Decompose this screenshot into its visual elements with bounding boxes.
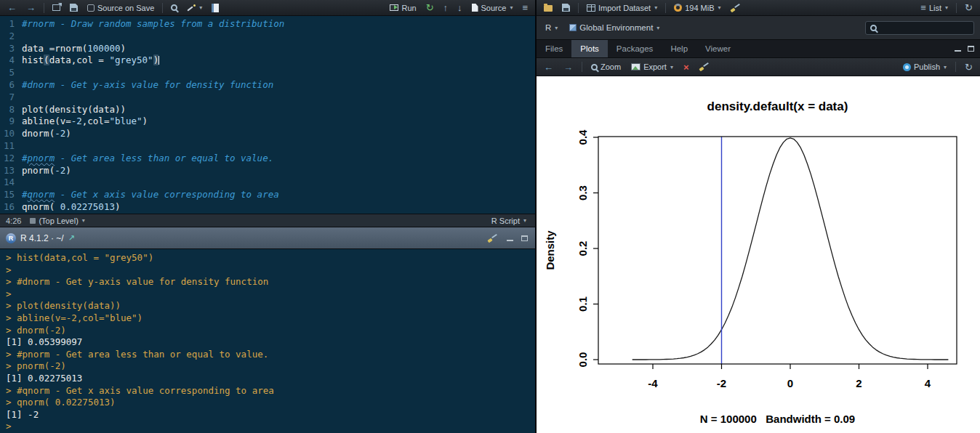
- tab-viewer[interactable]: Viewer: [696, 40, 739, 57]
- zoom-button[interactable]: Zoom: [588, 62, 624, 72]
- console-line: >: [6, 264, 529, 277]
- next-plot-button[interactable]: →: [561, 62, 576, 73]
- maximize-pane-button[interactable]: [965, 44, 976, 54]
- code-token: data,col =: [49, 54, 110, 65]
- go-next-chunk-button[interactable]: ↓: [454, 2, 465, 13]
- go-previous-chunk-button[interactable]: ↑: [441, 2, 451, 13]
- save-icon: [70, 4, 78, 12]
- code-line-text: data =rnorm(100000): [22, 43, 126, 55]
- save-button[interactable]: [67, 3, 81, 12]
- tab-plots[interactable]: Plots: [571, 40, 608, 57]
- density-plot: -4-20240.00.10.20.30.4density.default(x …: [537, 76, 980, 433]
- code-token: #dnorm - Get y-axis value for density fu…: [22, 79, 273, 90]
- console-line: [1] 0.05399097: [6, 336, 529, 349]
- toolbar-separator: [162, 3, 163, 13]
- scope-label: (Top Level): [39, 216, 78, 225]
- code-token: ): [65, 128, 71, 139]
- file-type-selector[interactable]: R Script ▾: [489, 216, 529, 226]
- remove-plot-button[interactable]: ×: [680, 62, 692, 73]
- refresh-environment-button[interactable]: ↻: [962, 2, 976, 13]
- console-line: > qnorm( 0.02275013): [6, 397, 529, 409]
- list-icon: ≡: [920, 3, 926, 12]
- outline-button[interactable]: ≡: [519, 2, 531, 13]
- publish-button[interactable]: Publish ▾: [900, 62, 949, 72]
- maximize-icon: [521, 235, 528, 241]
- source-menu-button[interactable]: Source ▾: [469, 3, 516, 13]
- line-number: 9: [0, 116, 22, 128]
- environment-label: Global Environment: [579, 23, 653, 32]
- chevron-down-icon: ▾: [945, 4, 948, 11]
- x-tick-label: -4: [648, 377, 658, 389]
- code-token: qnorm(: [22, 201, 60, 212]
- chevron-down-icon: ▾: [654, 4, 657, 11]
- console-line: [1] 0.02275013: [6, 373, 529, 385]
- open-directory-icon[interactable]: ↗: [68, 233, 75, 243]
- minimize-console-button[interactable]: [505, 233, 515, 243]
- export-button[interactable]: Export ▾: [628, 62, 676, 72]
- popout-button[interactable]: [49, 4, 63, 12]
- code-token: pnorm(: [22, 165, 55, 176]
- source-on-save-checkbox[interactable]: Source on Save: [84, 3, 157, 13]
- code-token: plot(density(data)): [22, 104, 126, 115]
- code-editor[interactable]: 1#rnorm - Draw random samples from a dis…: [0, 16, 535, 214]
- code-line: 4hist(data,col = "grey50"): [0, 54, 535, 67]
- console-line: > #qnorm - Get x axis value correspondin…: [6, 385, 529, 397]
- find-replace-button[interactable]: [168, 4, 180, 12]
- console-line: > dnorm(-2): [6, 325, 529, 337]
- search-icon: [870, 25, 877, 31]
- line-number: 3: [0, 43, 22, 55]
- code-token: ): [142, 116, 148, 126]
- y-axis-label: Density: [544, 230, 556, 270]
- rerun-button[interactable]: ↻: [423, 2, 437, 13]
- environment-plots-column: Import Dataset ▾ 194 MiB ▾ ≡ List ▾ ↻ R: [535, 0, 980, 433]
- console-line: > pnorm(-2): [6, 360, 529, 373]
- list-view-button[interactable]: ≡ List ▾: [917, 2, 951, 13]
- previous-plot-button[interactable]: ←: [541, 62, 556, 73]
- compile-report-button[interactable]: [209, 3, 222, 13]
- import-dataset-button[interactable]: Import Dataset ▾: [584, 3, 660, 13]
- r-logo-icon: R: [6, 233, 16, 243]
- line-number: 6: [0, 79, 22, 92]
- line-number: 14: [0, 177, 22, 189]
- run-icon: [390, 4, 398, 11]
- code-tools-button[interactable]: ▾: [184, 3, 205, 13]
- search-icon: [171, 4, 177, 11]
- environment-search-input[interactable]: [880, 23, 969, 33]
- code-line: 6#dnorm - Get y-axis value for density f…: [0, 79, 535, 92]
- code-line: 14: [0, 177, 535, 189]
- minimize-pane-button[interactable]: [952, 44, 963, 54]
- refresh-plot-button[interactable]: ↻: [962, 62, 976, 73]
- console[interactable]: > hist(data,col = "grey50")> > #dnorm - …: [0, 249, 535, 433]
- load-workspace-button[interactable]: [541, 3, 555, 12]
- tab-help[interactable]: Help: [662, 40, 696, 57]
- clear-all-plots-button[interactable]: [696, 62, 712, 72]
- save-workspace-button[interactable]: [559, 3, 573, 12]
- memory-donut-icon: [674, 4, 682, 12]
- run-button[interactable]: Run: [387, 3, 419, 13]
- code-token: ): [153, 54, 159, 65]
- tab-files[interactable]: Files: [537, 40, 571, 57]
- y-tick-label: 0.4: [577, 129, 589, 145]
- maximize-console-button[interactable]: [519, 233, 529, 243]
- forward-button[interactable]: →: [23, 2, 39, 13]
- tab-packages[interactable]: Packages: [608, 40, 662, 57]
- scope-selector[interactable]: (Top Level) ▾: [27, 216, 87, 226]
- notebook-icon: [212, 4, 219, 12]
- code-line: 2: [0, 31, 535, 43]
- back-button[interactable]: ←: [4, 2, 20, 13]
- clear-console-button[interactable]: [485, 233, 500, 243]
- x-tick-label: 0: [787, 377, 793, 389]
- clear-objects-button[interactable]: [728, 3, 743, 13]
- pane-tabs: FilesPlotsPackagesHelpViewer: [537, 40, 739, 57]
- language-selector[interactable]: R ▾: [542, 23, 561, 33]
- checkbox-icon: [87, 4, 95, 12]
- code-line-text: plot(density(data)): [22, 104, 126, 116]
- code-token: qnorm: [28, 189, 55, 200]
- toolbar-separator: [578, 3, 579, 13]
- x-axis-label: N = 100000 Bandwidth = 0.09: [700, 413, 855, 425]
- console-line: >: [6, 421, 529, 433]
- document-icon: [472, 4, 478, 12]
- line-number: 7: [0, 92, 22, 104]
- environment-selector[interactable]: Global Environment ▾: [566, 23, 662, 33]
- memory-usage-button[interactable]: 194 MiB ▾: [671, 3, 723, 13]
